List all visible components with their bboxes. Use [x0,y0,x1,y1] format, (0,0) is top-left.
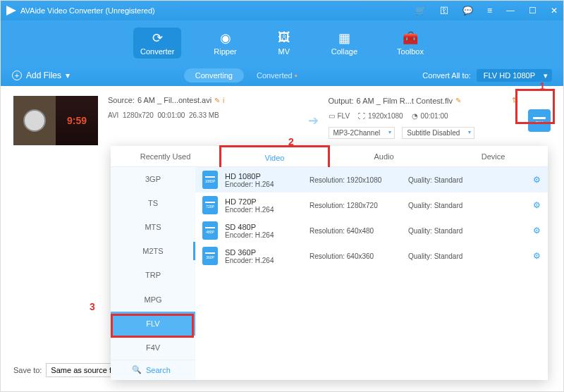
toolbox-icon: 🧰 [403,30,418,46]
maximize-button[interactable]: ☐ [529,6,537,16]
arrow-icon: ➔ [308,113,319,128]
format-button[interactable]: FLV [528,109,551,132]
sidebar-item-ts[interactable]: TS [111,191,195,215]
sub-bar: + Add Files ▾ Converting Converted • Con… [1,65,563,86]
tab-converting[interactable]: Converting [184,68,244,82]
chat-icon[interactable]: 💬 [462,6,473,16]
duration-badge: ◔ 00:01:00 [412,112,448,120]
dropdown-tabs: Recently Used Video Audio Device [111,146,548,167]
nav-ripper[interactable]: ◉Ripper [207,27,243,59]
container-badge: ▭ FLV [329,112,350,120]
main-nav: ⟳Converter ◉Ripper 🖼MV ▦Collage 🧰Toolbox [1,20,563,65]
ddtab-video[interactable]: Video [220,146,329,166]
search-icon: 🔍 [132,365,142,374]
add-files-button[interactable]: + Add Files ▾ [12,71,70,80]
edit-icon[interactable]: ✎ [214,97,220,104]
sidebar-item-m2ts[interactable]: M2TS [111,239,195,263]
preset-row[interactable]: 720P HD 720PEncoder: H.264 Resolution: 1… [195,192,548,218]
thumbnail[interactable]: 9:59 [13,96,98,145]
preset-icon: 480P [202,221,218,240]
annotation-label-3: 3 [90,301,95,312]
menu-icon[interactable]: ≡ [487,6,492,16]
app-logo-icon [6,6,16,16]
minimize-button[interactable]: — [506,6,515,16]
mv-icon: 🖼 [276,30,292,46]
gear-icon[interactable]: ⚙ [533,175,541,185]
nav-mv[interactable]: 🖼MV [269,27,299,59]
edit-icon[interactable]: ✎ [455,97,461,104]
ddtab-audio[interactable]: Audio [329,146,439,166]
preset-icon: 720P [202,196,218,214]
convert-all-control: Convert All to: FLV HD 1080P [422,69,552,82]
tab-converted[interactable]: Converted • [245,68,309,82]
preset-list: 1080P HD 1080PEncoder: H.264 Resolution:… [195,167,548,380]
sidebar-item-f4v[interactable]: F4V [111,336,195,360]
collage-icon: ▦ [336,30,352,46]
cart-icon[interactable]: 🛒 [415,6,426,16]
annotation-label-2: 2 [288,136,294,147]
title-bar: AVAide Video Converter (Unregistered) 🛒 … [1,1,563,20]
ddtab-device[interactable]: Device [439,146,548,166]
ripper-icon: ◉ [218,30,233,46]
gear-icon[interactable]: ⚙ [533,200,541,210]
subtitle-select[interactable]: Subtitle Disabled [402,127,474,139]
ddtab-recently[interactable]: Recently Used [111,146,220,166]
gear-icon[interactable]: ⚙ [533,226,541,235]
info-icon[interactable]: i [223,97,224,104]
source-meta: AVI 1280x720 00:01:00 26.33 MB [108,111,298,119]
source-pane: Source: 6 AM _ Fil...ontest.avi ✎ i AVI … [108,96,298,145]
app-title: AVAide Video Converter (Unregistered) [20,6,415,15]
format-sidebar: 3GP TS MTS M2TS TRP MPG FLV F4V 🔍Search [111,167,195,380]
sidebar-item-flv[interactable]: FLV [111,312,195,336]
gear-icon[interactable]: ⚙ [533,251,541,261]
annotation-label-1: 1 [539,80,545,92]
nav-collage[interactable]: ▦Collage [324,27,364,59]
key-icon[interactable]: ⚿ [440,6,448,16]
sidebar-item-trp[interactable]: TRP [111,263,195,287]
sidebar-item-mpg[interactable]: MPG [111,287,195,311]
output-pane: Output: 6 AM _ Film R...t Contest.flv ✎ … [329,96,519,145]
reorder-icon[interactable]: ⇅ [512,96,518,105]
audio-select[interactable]: MP3-2Channel [329,127,396,139]
app-window: AVAide Video Converter (Unregistered) 🛒 … [0,0,564,392]
preset-icon: 360P [202,247,218,265]
format-dropdown: Recently Used Video Audio Device 2 3GP T… [111,146,548,380]
sidebar-item-3gp[interactable]: 3GP [111,167,195,191]
converter-icon: ⟳ [149,30,165,46]
resolution-badge: ⛶ 1920x1080 [358,112,403,120]
nav-converter[interactable]: ⟳Converter [133,27,181,59]
close-button[interactable]: ✕ [551,6,558,16]
clock-icon [23,109,46,132]
preset-row[interactable]: 480P SD 480PEncoder: H.264 Resolution: 6… [195,218,548,243]
preset-row[interactable]: 360P SD 360PEncoder: H.264 Resolution: 6… [195,243,548,269]
sidebar-item-mts[interactable]: MTS [111,215,195,239]
preset-row[interactable]: 1080P HD 1080PEncoder: H.264 Resolution:… [195,167,548,192]
plus-icon: + [12,71,22,80]
conversion-tabs: Converting Converted • [70,68,422,82]
search-button[interactable]: 🔍Search [111,360,195,380]
preset-icon: 1080P [202,171,218,189]
window-controls: 🛒 ⚿ 💬 ≡ — ☐ ✕ [415,6,558,16]
file-item: 9:59 Source: 6 AM _ Fil...ontest.avi ✎ i… [13,96,551,145]
nav-toolbox[interactable]: 🧰Toolbox [390,27,431,59]
save-to-input[interactable] [46,363,116,377]
save-to-row: Save to: [13,363,116,377]
